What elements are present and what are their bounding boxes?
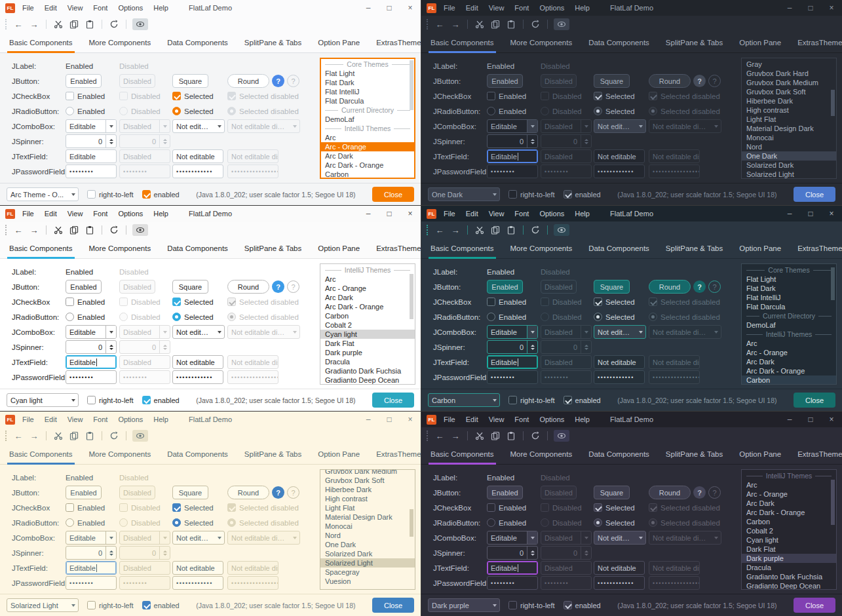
tab-data-components[interactable]: Data Components bbox=[167, 444, 228, 464]
jbutton-enabled[interactable]: Enabled bbox=[66, 486, 102, 499]
tab-data-components[interactable]: Data Components bbox=[167, 33, 228, 52]
maximize-button[interactable]: □ bbox=[385, 0, 393, 16]
themes-list-item[interactable]: Material Design Dark bbox=[320, 512, 415, 522]
checkbox-selected[interactable]: Selected bbox=[594, 503, 635, 512]
cut-scissors-icon[interactable] bbox=[474, 224, 486, 236]
tab-more-components[interactable]: More Components bbox=[510, 33, 573, 52]
paste-clipboard-icon[interactable] bbox=[84, 18, 96, 30]
menu-item-help[interactable]: Help bbox=[153, 415, 168, 423]
combobox-editable[interactable]: Editable bbox=[487, 531, 538, 545]
themes-list[interactable]: GrayGruvbox Dark HardGruvbox Dark Medium… bbox=[741, 58, 837, 179]
toolbar-grip-icon[interactable] bbox=[427, 225, 428, 235]
back-arrow-icon[interactable]: ← bbox=[434, 224, 446, 236]
menu-item-font[interactable]: Font bbox=[514, 210, 529, 218]
menu-item-file[interactable]: File bbox=[444, 415, 455, 423]
themes-list-item[interactable]: Arc bbox=[320, 133, 415, 142]
themes-list-scrollbar-thumb[interactable] bbox=[831, 90, 835, 116]
themes-list-item-selected[interactable]: Dark purple bbox=[742, 554, 836, 563]
eye-toggle-icon[interactable] bbox=[554, 224, 569, 236]
close-window-button[interactable]: × bbox=[406, 412, 414, 427]
close-button[interactable]: Close bbox=[372, 598, 414, 613]
themes-list-item[interactable]: Flat Dark bbox=[742, 284, 836, 293]
menu-item-options[interactable]: Options bbox=[118, 4, 143, 12]
close-window-button[interactable]: × bbox=[828, 0, 835, 16]
themes-list-item[interactable]: Monocai bbox=[320, 522, 415, 531]
spinner-arrows-icon[interactable] bbox=[527, 341, 537, 353]
passwordfield-noneditable[interactable]: •••••••••••• bbox=[594, 164, 645, 178]
theme-combo[interactable]: Solarized Light bbox=[7, 598, 79, 612]
copy-icon[interactable] bbox=[489, 224, 501, 236]
close-button[interactable]: Close bbox=[372, 187, 414, 202]
menu-item-help[interactable]: Help bbox=[575, 415, 590, 423]
textfield-noneditable[interactable]: Not editable bbox=[594, 355, 645, 369]
themes-list[interactable]: Core ThemesFlat LightFlat DarkFlat Intel… bbox=[320, 58, 415, 179]
paste-clipboard-icon[interactable] bbox=[505, 224, 517, 236]
passwordfield-enabled[interactable]: •••••••• bbox=[66, 370, 117, 384]
themes-list-scrollbar[interactable] bbox=[409, 265, 414, 383]
themes-list-item[interactable]: Gray bbox=[742, 60, 836, 69]
help-button-outline[interactable]: ? bbox=[708, 486, 721, 499]
menu-item-view[interactable]: View bbox=[489, 415, 505, 423]
textfield-editable[interactable]: Editable bbox=[487, 561, 538, 575]
combobox-noneditable[interactable]: Not editable bbox=[594, 325, 646, 339]
checkbox-enabled[interactable]: Enabled bbox=[66, 298, 105, 306]
eye-toggle-icon[interactable] bbox=[132, 18, 148, 30]
close-button[interactable]: Close bbox=[794, 187, 835, 202]
jbutton-round[interactable]: Round bbox=[649, 486, 691, 499]
jbutton-enabled[interactable]: Enabled bbox=[487, 280, 523, 294]
themes-list-scrollbar-thumb[interactable] bbox=[410, 274, 413, 319]
themes-list-item[interactable]: Arc bbox=[742, 480, 836, 490]
refresh-icon[interactable] bbox=[529, 224, 541, 236]
tab-extras[interactable]: Extras bbox=[797, 444, 819, 464]
textfield-noneditable[interactable]: Not editable bbox=[172, 149, 223, 163]
forward-arrow-icon[interactable]: → bbox=[450, 224, 461, 236]
copy-icon[interactable] bbox=[68, 430, 80, 442]
themes-list-scrollbar-thumb[interactable] bbox=[831, 480, 835, 524]
forward-arrow-icon[interactable]: → bbox=[450, 430, 461, 442]
checkbox-selected[interactable]: Selected bbox=[594, 298, 635, 306]
themes-list-item[interactable]: One Dark bbox=[320, 540, 415, 549]
combobox-editable[interactable]: Editable bbox=[66, 531, 117, 545]
radio-selected[interactable]: Selected bbox=[172, 313, 214, 321]
radio-selected[interactable]: Selected bbox=[594, 313, 635, 321]
textfield-editable[interactable]: Editable bbox=[66, 561, 117, 575]
themes-list-item[interactable]: Dark Flat bbox=[320, 339, 415, 348]
themes-list-item[interactable]: Arc - Orange bbox=[320, 284, 415, 293]
tab-more-components[interactable]: More Components bbox=[510, 239, 573, 258]
paste-clipboard-icon[interactable] bbox=[505, 18, 517, 30]
menu-item-options[interactable]: Options bbox=[539, 210, 564, 218]
combobox-noneditable[interactable]: Not editable bbox=[172, 119, 225, 133]
forward-arrow-icon[interactable]: → bbox=[28, 18, 40, 30]
help-button-outline[interactable]: ? bbox=[708, 75, 721, 87]
themes-list-scrollbar-thumb[interactable] bbox=[410, 60, 413, 110]
copy-icon[interactable] bbox=[68, 224, 80, 236]
checkbox-selected[interactable]: Selected bbox=[172, 503, 214, 512]
textfield-noneditable[interactable]: Not editable bbox=[172, 355, 223, 369]
textfield-editable[interactable]: Editable bbox=[487, 355, 538, 369]
radio-selected[interactable]: Selected bbox=[172, 518, 214, 527]
spinner-arrows-icon[interactable] bbox=[105, 341, 116, 353]
jbutton-square[interactable]: Square bbox=[172, 280, 208, 294]
minimize-button[interactable]: – bbox=[364, 206, 372, 221]
rtl-checkbox[interactable]: right-to-left bbox=[508, 190, 555, 199]
cut-scissors-icon[interactable] bbox=[52, 18, 64, 30]
rtl-checkbox[interactable]: right-to-left bbox=[508, 601, 555, 609]
checkbox-enabled[interactable]: Enabled bbox=[487, 298, 526, 306]
refresh-icon[interactable] bbox=[108, 224, 120, 236]
tab-option-pane[interactable]: Option Pane bbox=[318, 239, 360, 258]
close-button[interactable]: Close bbox=[794, 598, 835, 613]
themes-list-item[interactable]: Flat Dark bbox=[320, 78, 415, 87]
radio-selected[interactable]: Selected bbox=[594, 518, 635, 527]
themes-list-scrollbar[interactable] bbox=[830, 59, 835, 178]
themes-list-item[interactable]: Flat Darcula bbox=[742, 302, 836, 311]
theme-combo[interactable]: Dark purple bbox=[428, 598, 500, 612]
themes-list-item[interactable]: Arc - Orange bbox=[742, 348, 836, 357]
radio-enabled[interactable]: Enabled bbox=[487, 107, 526, 115]
enabled-checkbox[interactable]: enabled bbox=[142, 601, 180, 609]
spinner-arrows-icon[interactable] bbox=[527, 547, 537, 559]
menu-item-view[interactable]: View bbox=[67, 415, 83, 423]
radio-enabled[interactable]: Enabled bbox=[66, 107, 105, 115]
minimize-button[interactable]: – bbox=[786, 412, 794, 427]
jbutton-enabled[interactable]: Enabled bbox=[487, 486, 523, 499]
menu-item-edit[interactable]: Edit bbox=[466, 4, 478, 12]
